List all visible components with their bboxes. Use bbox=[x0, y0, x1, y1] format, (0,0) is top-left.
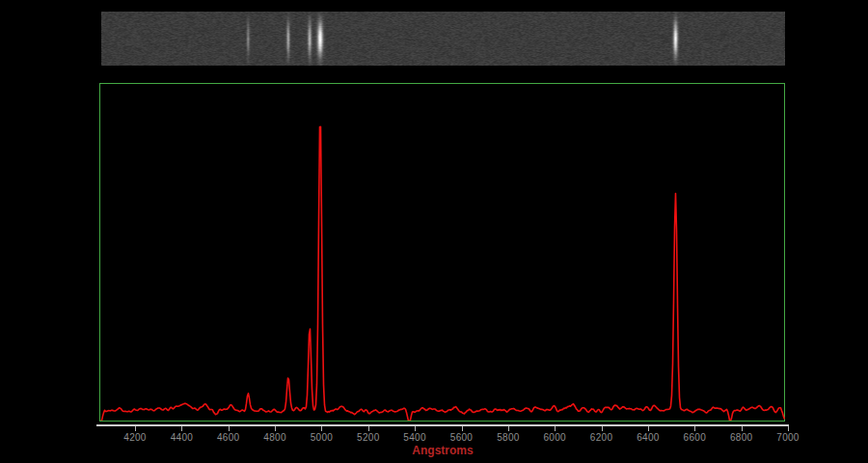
x-axis-line bbox=[96, 424, 789, 426]
x-tick-label: 4200 bbox=[114, 432, 156, 443]
x-tick-label: 7000 bbox=[767, 432, 809, 443]
x-tick-label: 4400 bbox=[160, 432, 203, 443]
spectrum-viewer: 4200440046004800500052005400560058006000… bbox=[0, 0, 868, 463]
x-tick-label: 6600 bbox=[673, 432, 716, 443]
x-tick-label: 4600 bbox=[207, 432, 250, 443]
spectrum-2d-strip[interactable] bbox=[101, 12, 785, 66]
x-axis-tick bbox=[788, 426, 789, 431]
x-tick-label: 5800 bbox=[487, 432, 529, 443]
x-axis-tick bbox=[368, 426, 369, 431]
x-axis-tick bbox=[462, 426, 463, 431]
x-axis-tick bbox=[229, 426, 230, 431]
x-axis-label: Angstroms bbox=[99, 444, 786, 457]
x-axis-tick bbox=[181, 426, 182, 431]
x-tick-label: 5200 bbox=[347, 432, 390, 443]
x-axis-tick bbox=[415, 426, 416, 431]
x-axis-tick bbox=[135, 426, 136, 431]
x-axis-tick bbox=[555, 426, 556, 431]
x-axis-tick bbox=[694, 426, 695, 431]
x-tick-label: 6800 bbox=[720, 432, 763, 443]
x-axis-tick bbox=[742, 426, 743, 431]
x-tick-label: 5600 bbox=[441, 432, 483, 443]
x-axis-tick bbox=[602, 426, 603, 431]
x-tick-label: 6000 bbox=[533, 432, 576, 443]
x-axis-tick bbox=[275, 426, 276, 431]
x-tick-label: 6400 bbox=[627, 432, 669, 443]
x-axis-tick bbox=[508, 426, 509, 431]
x-tick-label: 4800 bbox=[254, 432, 296, 443]
x-tick-label: 5400 bbox=[393, 432, 436, 443]
x-axis-tick bbox=[648, 426, 649, 431]
x-axis-tick bbox=[321, 426, 322, 431]
x-tick-label: 6200 bbox=[581, 432, 623, 443]
x-tick-label: 5000 bbox=[300, 432, 342, 443]
spectrum-plot[interactable] bbox=[100, 84, 785, 421]
